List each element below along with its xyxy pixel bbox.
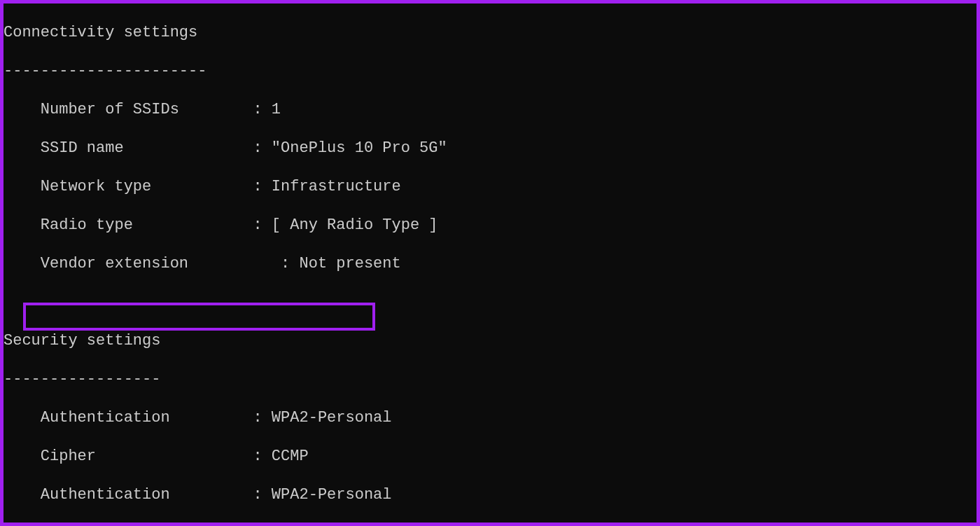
kv-row: Radio type : [ Any Radio Type ]: [4, 216, 976, 235]
kv-label: Cipher :: [4, 448, 262, 465]
kv-label: Authentication :: [4, 486, 262, 504]
section-title-connectivity: Connectivity settings: [4, 23, 976, 43]
kv-value: 1: [262, 101, 281, 118]
kv-row: Network type : Infrastructure: [4, 177, 976, 197]
kv-value: Not present: [290, 255, 400, 272]
kv-value: CCMP: [262, 448, 309, 465]
kv-label: SSID name :: [4, 139, 262, 157]
blank-line: [4, 293, 976, 312]
section-divider: -----------------: [4, 370, 976, 389]
kv-row: Cipher : GCMP: [4, 524, 976, 527]
terminal-output: Connectivity settings ------------------…: [4, 4, 976, 522]
kv-value: Infrastructure: [262, 178, 401, 195]
kv-label: Vendor extension :: [4, 255, 290, 272]
kv-row: Cipher : CCMP: [4, 447, 976, 466]
kv-value: WPA2-Personal: [262, 486, 392, 504]
kv-row: Authentication : WPA2-Personal: [4, 485, 976, 505]
kv-label: Radio type :: [4, 216, 262, 234]
section-divider: ----------------------: [4, 62, 976, 81]
kv-label: Authentication :: [4, 409, 262, 427]
kv-row: Authentication : WPA2-Personal: [4, 408, 976, 428]
section-title-security: Security settings: [4, 331, 976, 351]
kv-value: WPA2-Personal: [262, 409, 392, 427]
kv-label: Network type :: [4, 178, 262, 195]
kv-label: Number of SSIDs :: [4, 101, 262, 118]
kv-value: [ Any Radio Type ]: [262, 216, 438, 234]
kv-row: SSID name : "OnePlus 10 Pro 5G": [4, 139, 976, 158]
kv-row: Vendor extension : Not present: [4, 254, 976, 274]
kv-value: "OnePlus 10 Pro 5G": [262, 139, 447, 157]
kv-row: Number of SSIDs : 1: [4, 100, 976, 120]
